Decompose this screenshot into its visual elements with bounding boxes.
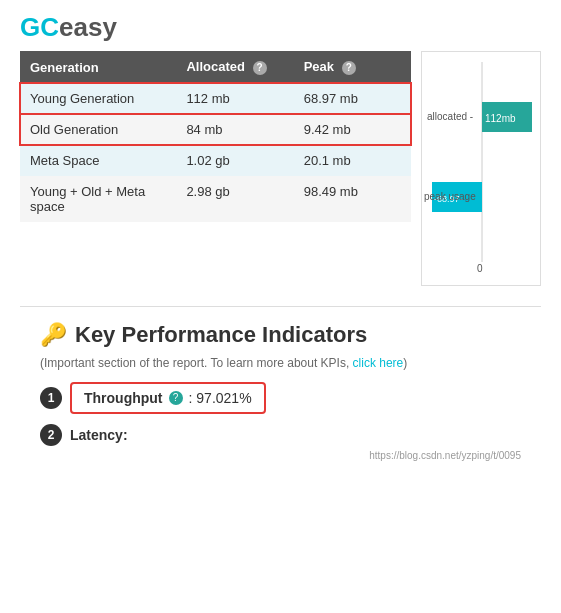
svg-text:allocated -: allocated - bbox=[427, 111, 473, 122]
kpi-item-latency: 2 Latency: bbox=[40, 424, 521, 446]
kpi-section: 🔑 Key Performance Indicators (Important … bbox=[20, 322, 541, 465]
table-row-meta: Meta Space 1.02 gb 20.1 mb bbox=[20, 145, 411, 176]
chart-section: 112mb allocated - -68.97- peak usage 0 bbox=[421, 51, 541, 286]
peak-total: 98.49 mb bbox=[294, 176, 411, 222]
kpi-subtitle: (Important section of the report. To lea… bbox=[40, 356, 521, 370]
col-header-generation: Generation bbox=[20, 51, 176, 83]
logo-gc: GC bbox=[20, 12, 59, 42]
kpi-title: Key Performance Indicators bbox=[75, 322, 367, 348]
svg-text:peak usage: peak usage bbox=[424, 191, 476, 202]
kpi-latency-label: Latency: bbox=[70, 427, 128, 443]
table-row-total: Young + Old + Meta space 2.98 gb 98.49 m… bbox=[20, 176, 411, 222]
chart-svg: 112mb allocated - -68.97- peak usage 0 bbox=[422, 52, 541, 282]
generation-meta: Meta Space bbox=[20, 145, 176, 176]
kpi-throughput-box: Throughput ? : 97.021% bbox=[70, 382, 266, 414]
kpi-item-throughput: 1 Throughput ? : 97.021% bbox=[40, 382, 521, 414]
table-chart-container: Generation Allocated ? Peak ? Young Gene bbox=[20, 51, 541, 286]
logo-easy: easy bbox=[59, 12, 117, 42]
allocated-old: 84 mb bbox=[176, 114, 293, 145]
kpi-click-here-link[interactable]: click here bbox=[353, 356, 404, 370]
kpi-title-row: 🔑 Key Performance Indicators bbox=[40, 322, 521, 348]
logo: GCeasy bbox=[20, 12, 117, 42]
table-row-young: Young Generation 112 mb 68.97 mb bbox=[20, 83, 411, 114]
peak-old: 9.42 mb bbox=[294, 114, 411, 145]
allocated-total: 2.98 gb bbox=[176, 176, 293, 222]
allocated-young: 112 mb bbox=[176, 83, 293, 114]
generation-table: Generation Allocated ? Peak ? Young Gene bbox=[20, 51, 411, 222]
col-header-allocated: Allocated ? bbox=[176, 51, 293, 83]
generation-total: Young + Old + Meta space bbox=[20, 176, 176, 222]
svg-text:0: 0 bbox=[477, 263, 483, 274]
kpi-badge-2: 2 bbox=[40, 424, 62, 446]
generation-old: Old Generation bbox=[20, 114, 176, 145]
table-row-old: Old Generation 84 mb 9.42 mb bbox=[20, 114, 411, 145]
kpi-throughput-value: : 97.021% bbox=[189, 390, 252, 406]
kpi-throughput-label: Throughput bbox=[84, 390, 163, 406]
svg-text:112mb: 112mb bbox=[485, 113, 516, 124]
allocated-meta: 1.02 gb bbox=[176, 145, 293, 176]
peak-meta: 20.1 mb bbox=[294, 145, 411, 176]
section-divider bbox=[20, 306, 541, 307]
peak-young: 68.97 mb bbox=[294, 83, 411, 114]
watermark: https://blog.csdn.net/yzping/t/0095 bbox=[40, 446, 521, 465]
throughput-info-icon[interactable]: ? bbox=[169, 391, 183, 405]
table-section: Generation Allocated ? Peak ? Young Gene bbox=[20, 51, 411, 286]
peak-info-icon[interactable]: ? bbox=[342, 61, 356, 75]
kpi-badge-1: 1 bbox=[40, 387, 62, 409]
allocated-info-icon[interactable]: ? bbox=[253, 61, 267, 75]
generation-young: Young Generation bbox=[20, 83, 176, 114]
header: GCeasy bbox=[0, 0, 561, 51]
col-header-peak: Peak ? bbox=[294, 51, 411, 83]
table-header-row: Generation Allocated ? Peak ? bbox=[20, 51, 411, 83]
kpi-key-icon: 🔑 bbox=[40, 322, 67, 348]
